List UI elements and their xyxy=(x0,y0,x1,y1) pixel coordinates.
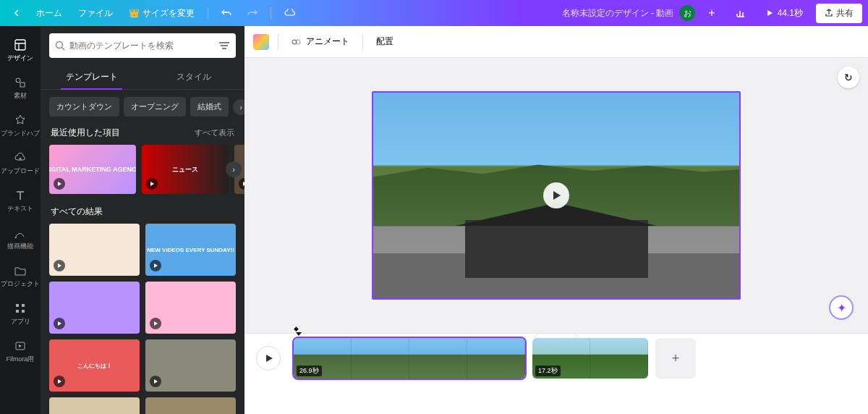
siderail-label: 素材 xyxy=(14,91,27,101)
play-icon xyxy=(54,318,65,329)
timeline-clip[interactable]: 26.9秒 xyxy=(294,338,525,379)
analytics-button[interactable] xyxy=(728,4,753,22)
filmora-icon xyxy=(14,339,27,352)
siderail-item-filmora[interactable]: Filmora用 xyxy=(0,333,41,371)
svg-rect-4 xyxy=(22,304,25,307)
template-thumb[interactable] xyxy=(145,339,236,392)
svg-rect-2 xyxy=(20,83,25,87)
siderail-label: アップロード xyxy=(1,166,40,176)
play-icon xyxy=(150,318,161,329)
template-thumb[interactable]: NEW VIDEOS EVERY SUNDAY!! xyxy=(145,224,236,276)
text-icon xyxy=(14,189,27,202)
undo-button[interactable] xyxy=(214,4,239,22)
chip-category[interactable]: 結婚式 xyxy=(190,97,229,117)
siderail-label: テキスト xyxy=(7,204,33,214)
animate-button[interactable]: アニメート xyxy=(287,33,354,51)
svg-rect-6 xyxy=(22,310,25,313)
apps-icon xyxy=(14,302,27,315)
timeline: ⌄ ◆ 26.9秒17.2秒+ xyxy=(244,333,868,414)
redo-button[interactable] xyxy=(240,4,265,22)
play-icon xyxy=(54,260,65,271)
top-toolbar: ホーム ファイル 👑サイズを変更 名称未設定のデザイン - 動画 お + 44.… xyxy=(0,0,868,26)
panel-tabs: テンプレート スタイル xyxy=(41,65,244,90)
folder-icon xyxy=(14,264,27,277)
svg-rect-0 xyxy=(15,40,25,50)
cloud-sync-icon[interactable] xyxy=(277,4,303,22)
magic-fab[interactable]: ✦ xyxy=(829,295,854,320)
template-thumb[interactable]: ニュース xyxy=(142,145,229,194)
chip-category[interactable]: カウントダウン xyxy=(49,97,119,117)
present-button[interactable]: 44.1秒 xyxy=(759,3,810,24)
video-preview[interactable] xyxy=(372,91,741,300)
cloud-icon xyxy=(14,151,27,164)
share-button[interactable]: 共有 xyxy=(816,4,862,23)
back-button[interactable] xyxy=(6,5,27,21)
resize-button[interactable]: 👑サイズを変更 xyxy=(122,3,202,24)
side-panel: テンプレート スタイル カウントダウンオープニング結婚式› 最近使用した項目 す… xyxy=(41,26,244,414)
canvas-toolbar: アニメート 配置 xyxy=(244,26,868,58)
crown-icon: 👑 xyxy=(129,8,140,18)
play-overlay-button[interactable] xyxy=(543,182,569,208)
template-thumb[interactable]: Relax xyxy=(145,397,236,414)
filter-icon[interactable] xyxy=(218,41,230,51)
siderail-label: デザイン xyxy=(7,54,33,63)
user-avatar[interactable]: お xyxy=(679,5,695,21)
timeline-clip[interactable]: 17.2秒 xyxy=(532,338,648,379)
clip-duration: 17.2秒 xyxy=(535,366,561,376)
siderail-item-apps[interactable]: アプリ xyxy=(0,295,41,333)
play-icon xyxy=(146,178,158,190)
recent-see-all[interactable]: すべて表示 xyxy=(195,127,234,138)
svg-rect-3 xyxy=(16,304,19,307)
timeline-play-button[interactable] xyxy=(256,346,281,371)
side-rail: デザイン素材ブランドハブアップロードテキスト描画機能プロジェクトアプリFilmo… xyxy=(0,26,41,414)
file-menu[interactable]: ファイル xyxy=(71,3,120,24)
tab-styles[interactable]: スタイル xyxy=(142,65,244,89)
template-thumb[interactable] xyxy=(145,282,236,334)
siderail-label: 描画機能 xyxy=(7,242,33,251)
brand-icon xyxy=(14,114,27,127)
template-thumb[interactable]: こんにちは！ xyxy=(49,339,140,392)
template-search[interactable] xyxy=(49,33,236,58)
template-thumb[interactable]: DIGITAL MARKETING AGENCY xyxy=(49,145,136,194)
template-thumb[interactable] xyxy=(49,282,140,334)
siderail-item-cloud[interactable]: アップロード xyxy=(0,145,41,182)
results-heading: すべての結果 xyxy=(51,206,103,218)
play-icon xyxy=(54,178,65,190)
add-clip-button[interactable]: + xyxy=(655,338,696,379)
layout-icon xyxy=(14,38,27,51)
search-icon xyxy=(55,41,65,51)
siderail-item-text[interactable]: テキスト xyxy=(0,182,41,220)
siderail-item-shapes[interactable]: 素材 xyxy=(0,69,41,107)
play-icon xyxy=(54,376,65,387)
svg-point-1 xyxy=(16,78,20,83)
refresh-button[interactable]: ↻ xyxy=(838,67,859,88)
draw-icon xyxy=(14,227,27,240)
tab-templates[interactable]: テンプレート xyxy=(41,65,142,89)
svg-point-8 xyxy=(56,42,63,48)
canvas-area: アニメート 配置 ↻ ✦ ⌄ ◆ 26.9秒17.2秒+ xyxy=(244,26,868,414)
siderail-item-folder[interactable]: プロジェクト xyxy=(0,258,41,295)
shapes-icon xyxy=(14,76,27,89)
chip-category[interactable]: オープニング xyxy=(124,97,186,117)
home-button[interactable]: ホーム xyxy=(29,3,69,24)
siderail-item-brand[interactable]: ブランドハブ xyxy=(0,107,41,145)
playhead-marker[interactable]: ◆ xyxy=(294,325,299,332)
siderail-label: プロジェクト xyxy=(1,279,40,289)
template-thumb[interactable] xyxy=(49,224,140,276)
template-thumb[interactable] xyxy=(49,397,140,414)
recent-heading: 最近使用した項目 xyxy=(51,127,120,139)
siderail-label: ブランドハブ xyxy=(1,129,40,138)
siderail-label: アプリ xyxy=(11,317,30,326)
siderail-item-draw[interactable]: 描画機能 xyxy=(0,220,41,258)
clip-duration: 26.9秒 xyxy=(297,366,322,376)
add-member-button[interactable]: + xyxy=(701,2,722,24)
category-chips: カウントダウンオープニング結婚式› xyxy=(41,90,244,124)
color-picker-button[interactable] xyxy=(253,34,269,50)
search-input[interactable] xyxy=(69,41,214,51)
play-icon xyxy=(150,260,161,271)
recent-next-button[interactable]: › xyxy=(226,161,242,177)
siderail-item-layout[interactable]: デザイン xyxy=(0,32,41,69)
design-title[interactable]: 名称未設定のデザイン - 動画 xyxy=(562,7,674,20)
siderail-label: Filmora用 xyxy=(6,355,34,364)
position-button[interactable]: 配置 xyxy=(372,33,398,51)
